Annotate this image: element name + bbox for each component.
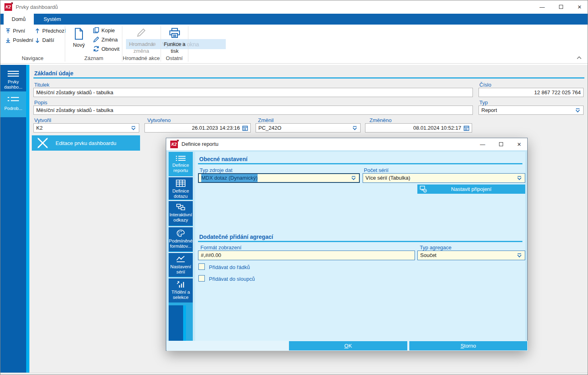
refresh-button[interactable]: Obnovit [93, 46, 120, 52]
sidebar-item-podrobnosti[interactable]: Podrob... [0, 91, 26, 117]
tab-system[interactable]: Systém [35, 14, 69, 25]
titulek-input[interactable]: Měsíční zůstatky skladů - tabulka [33, 88, 473, 97]
detail-list-icon [8, 96, 19, 103]
dialog-sidebar-filler [169, 305, 183, 341]
copy-button[interactable]: Kopie [93, 27, 115, 33]
sidebar-item-prvky-dashboardu[interactable]: Prvky dashbo... [0, 67, 26, 91]
dialog-sidebar-filler-edge [183, 305, 186, 341]
dialog-tab-nastaveni-serii[interactable]: Nastavení sérií [169, 252, 193, 277]
dialog-tab-label: Nastavení sérií [170, 264, 191, 274]
refresh-icon [93, 46, 99, 52]
dialog-tab-definice-dotazu[interactable]: Definice dotazu [169, 176, 193, 199]
dialog-content-panel: Obecné nastavení Typ zdroje dat MDX dota… [195, 152, 525, 341]
zmenil-value: PC_242O [258, 124, 281, 132]
close-icon: ✕ [517, 141, 522, 147]
pridavat-do-sloupcu-checkbox[interactable] [198, 275, 205, 282]
group-separator [188, 26, 188, 62]
section-underline [198, 241, 522, 242]
vytvoril-value: K2 [36, 124, 43, 132]
first-button[interactable]: První [5, 28, 25, 34]
titulek-label: Titulek [34, 82, 50, 88]
zmeneno-label: Změněno [369, 117, 392, 123]
popis-input[interactable]: Měsíční zůstatky skladů - tabulka [33, 106, 473, 115]
edit-dashboard-element-label: Editace prvku dashboardu [56, 140, 116, 146]
interactive-links-icon [176, 203, 185, 211]
ok-button[interactable]: OK [289, 341, 407, 350]
close-button[interactable]: ✕ [574, 2, 586, 11]
dropdown-icon[interactable] [575, 108, 581, 113]
collapse-ribbon-button[interactable] [576, 56, 582, 60]
next-button[interactable]: Další [35, 37, 54, 43]
print-function-button[interactable]: Funkce a tisk [162, 28, 187, 54]
maximize-button[interactable] [555, 2, 567, 11]
vytvoreno-label: Vytvořeno [147, 117, 171, 123]
nastavit-pripojeni-label: Nastavit připojení [451, 186, 491, 192]
bulk-change-button: Hromadná změna [125, 28, 157, 54]
group-label-hromadne: Hromadné akce [122, 55, 161, 61]
popis-label: Popis [34, 99, 47, 106]
dialog-close-button[interactable]: ✕ [513, 140, 525, 149]
format-zobrazeni-input[interactable]: #,##0.00 [198, 251, 415, 260]
dialog-minimize-button[interactable]: — [477, 140, 489, 149]
arrow-top-icon [5, 28, 11, 34]
previous-button[interactable]: Předchozí [35, 28, 66, 34]
storno-label: torno [464, 343, 476, 349]
edit-dashboard-element-button[interactable]: Editace prvku dashboardu [32, 135, 140, 151]
section-obecne-nastaveni: Obecné nastavení [199, 156, 248, 162]
group-label-navigace: Navigace [0, 55, 65, 61]
series-chart-icon [176, 255, 186, 263]
minimize-icon: — [540, 4, 545, 10]
dropdown-icon[interactable] [516, 253, 522, 258]
minimize-button[interactable]: — [536, 2, 548, 11]
last-button[interactable]: Poslední [5, 37, 33, 43]
typ-value: Report [481, 106, 497, 114]
pencil-disabled-icon [136, 28, 146, 37]
print-function-label: Funkce a tisk [162, 41, 187, 54]
typ-combobox[interactable]: Report [479, 106, 584, 115]
zmenil-combobox[interactable]: PC_242O [256, 123, 361, 133]
refresh-label: Obnovit [101, 46, 120, 52]
dialog-tab-trideni-a-selekce[interactable]: Třídění a selekce [169, 278, 193, 302]
typ-zdroje-dat-combobox[interactable]: MDX dotaz (Dynamický) [198, 173, 360, 183]
maximize-icon [499, 142, 503, 146]
calendar-icon[interactable] [242, 125, 248, 131]
calendar-icon[interactable] [464, 125, 469, 131]
ribbon-tabstrip: Domů Systém [0, 14, 588, 25]
typ-agregace-combobox[interactable]: Součet [417, 251, 525, 260]
vytvoreno-value: 26.01.2023 14:23:16 [147, 124, 240, 132]
dialog-tab-definice-reportu[interactable]: Definice reportu [169, 153, 193, 175]
dialog-tab-podminene-formatovani[interactable]: Podmíněné formátov... [169, 226, 193, 251]
format-zobrazeni-label: Formát zobrazení [200, 244, 241, 251]
storno-button[interactable]: Storno [409, 341, 527, 350]
dropdown-icon[interactable] [516, 176, 522, 180]
new-button[interactable]: Nový [70, 28, 88, 48]
pridavat-do-radku-checkbox[interactable] [198, 263, 205, 270]
vytvoril-combobox[interactable]: K2 [33, 123, 139, 133]
app-window: K2 Prvky dashboardů — ✕ Domů Systém Výst… [0, 0, 588, 375]
zmeneno-input[interactable]: 08.01.2024 10:52:17 [365, 123, 472, 133]
pridavat-do-sloupcu-label: Přidávat do sloupců [209, 276, 255, 282]
dialog-definice-reportu: K2 Definice reportu — ✕ Definice reportu… [166, 138, 528, 351]
dialog-maximize-button[interactable] [495, 140, 507, 149]
status-strip [0, 373, 588, 375]
vytvoreno-input[interactable]: 26.01.2023 14:23:16 [144, 123, 251, 133]
dropdown-icon[interactable] [351, 176, 357, 180]
nastavit-pripojeni-button[interactable]: Nastavit připojení [417, 184, 525, 194]
dropdown-icon[interactable] [130, 126, 136, 131]
dialog-titlebar: K2 Definice reportu — ✕ [166, 138, 527, 150]
table-icon [176, 180, 186, 187]
sidebar-item-label: Podrob... [0, 106, 26, 111]
section-dodatecne-pridani-agregaci: Dodatečné přidání agregací [199, 234, 273, 240]
dialog-title: Definice reportu [182, 138, 219, 150]
sort-bars-icon [176, 281, 185, 288]
dropdown-icon[interactable] [352, 126, 358, 131]
minimize-icon: — [480, 141, 485, 147]
dialog-tab-label: Podmíněné formátov... [169, 238, 193, 249]
cislo-input[interactable]: 12 867 722 025 764 [479, 88, 584, 97]
dialog-tab-interaktivni-odkazy[interactable]: Interaktivní odkazy [169, 200, 193, 226]
pocet-serii-combobox[interactable]: Více sérií (Tabulka) [363, 173, 525, 183]
tab-domu[interactable]: Domů [4, 14, 34, 25]
zmenil-label: Změnil [258, 117, 274, 123]
change-button[interactable]: Změna [93, 36, 118, 43]
arrow-bottom-icon [5, 37, 11, 43]
